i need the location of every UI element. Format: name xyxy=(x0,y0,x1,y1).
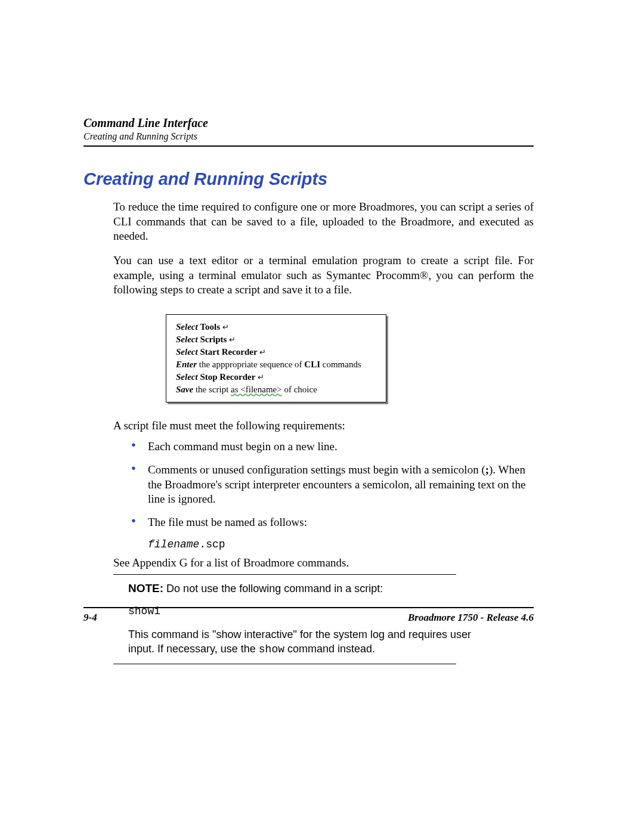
page-content: Command Line Interface Creating and Runn… xyxy=(83,116,534,664)
instr-wavy: as <filename> xyxy=(231,385,282,394)
running-header: Command Line Interface Creating and Runn… xyxy=(83,116,534,147)
section-heading: Creating and Running Scripts xyxy=(83,169,534,189)
instr-line-3: Select Start Recorder ↵ xyxy=(176,346,374,358)
list-item: Comments or unused configuration setting… xyxy=(131,463,534,507)
paragraph-1: To reduce the time required to configure… xyxy=(113,200,534,244)
see-appendix: See Appendix G for a list of Broadmore c… xyxy=(113,556,534,569)
list-item: The file must be named as follows: xyxy=(131,515,534,530)
instr-line-5: Select Stop Recorder ↵ xyxy=(176,371,374,383)
instr-action: Select xyxy=(176,347,198,357)
instr-action: Enter xyxy=(176,360,197,369)
document-release: Broadmore 1750 - Release 4.6 xyxy=(408,612,534,624)
instr-action: Save xyxy=(176,385,193,394)
footer-rule xyxy=(83,607,534,608)
bullet-text-pre: Comments or unused configuration setting… xyxy=(148,463,485,476)
instr-action: Select xyxy=(176,372,198,382)
note-body: This command is "show interactive" for t… xyxy=(128,627,474,657)
enter-symbol-icon: ↵ xyxy=(258,373,264,382)
note-rule-top xyxy=(113,574,456,575)
instr-line-1: Select Tools ↵ xyxy=(176,321,374,333)
instr-tail: commands xyxy=(320,360,361,369)
instr-bold: CLI xyxy=(304,360,320,369)
filename-ext: .scp xyxy=(199,538,225,550)
note-body-mono: show xyxy=(259,643,284,655)
footer-row: 9-4 Broadmore 1750 - Release 4.6 xyxy=(83,612,534,624)
header-chapter-title: Command Line Interface xyxy=(83,116,534,130)
instr-line-6: Save the script as <filename> of choice xyxy=(176,383,374,396)
instr-text: the apppropriate sequence of xyxy=(197,360,304,369)
instr-text: the script xyxy=(193,385,231,394)
instruction-box: Select Tools ↵ Select Scripts ↵ Select S… xyxy=(166,314,386,402)
instr-target: Tools xyxy=(200,322,220,332)
enter-symbol-icon: ↵ xyxy=(222,323,229,332)
bullet-text: Each command must begin on a new line. xyxy=(148,440,338,453)
note-label: NOTE: xyxy=(128,582,163,594)
page-number: 9-4 xyxy=(83,612,97,624)
instr-line-4: Enter the apppropriate sequence of CLI c… xyxy=(176,358,374,371)
page-footer: 9-4 Broadmore 1750 - Release 4.6 xyxy=(83,607,534,624)
instruction-box-container: Select Tools ↵ Select Scripts ↵ Select S… xyxy=(166,314,534,402)
instr-action: Select xyxy=(176,322,198,332)
list-item: Each command must begin on a new line. xyxy=(131,439,534,454)
header-section-title: Creating and Running Scripts xyxy=(83,131,534,142)
note-intro-text: Do not use the following command in a sc… xyxy=(163,583,383,594)
paragraph-2: You can use a text editor or a terminal … xyxy=(113,253,534,298)
header-rule xyxy=(83,145,534,147)
instr-target: Stop Recorder xyxy=(200,372,255,382)
filename-example: filename.scp xyxy=(148,538,534,550)
instr-action: Select xyxy=(176,335,198,344)
enter-symbol-icon: ↵ xyxy=(229,335,236,344)
instr-target: Scripts xyxy=(200,335,227,344)
filename-var: filename xyxy=(148,538,199,550)
bullet-text: The file must be named as follows: xyxy=(148,516,307,528)
enter-symbol-icon: ↵ xyxy=(259,348,266,357)
instr-tail: of choice xyxy=(282,385,317,394)
instr-target: Start Recorder xyxy=(200,347,257,357)
note-body-post: command instead. xyxy=(284,643,375,655)
requirements-list: Each command must begin on a new line. C… xyxy=(131,439,534,529)
note-rule-bottom xyxy=(113,664,456,664)
requirements-intro: A script file must meet the following re… xyxy=(113,419,534,432)
note-intro-line: NOTE: Do not use the following command i… xyxy=(128,581,474,596)
instr-line-2: Select Scripts ↵ xyxy=(176,333,374,346)
